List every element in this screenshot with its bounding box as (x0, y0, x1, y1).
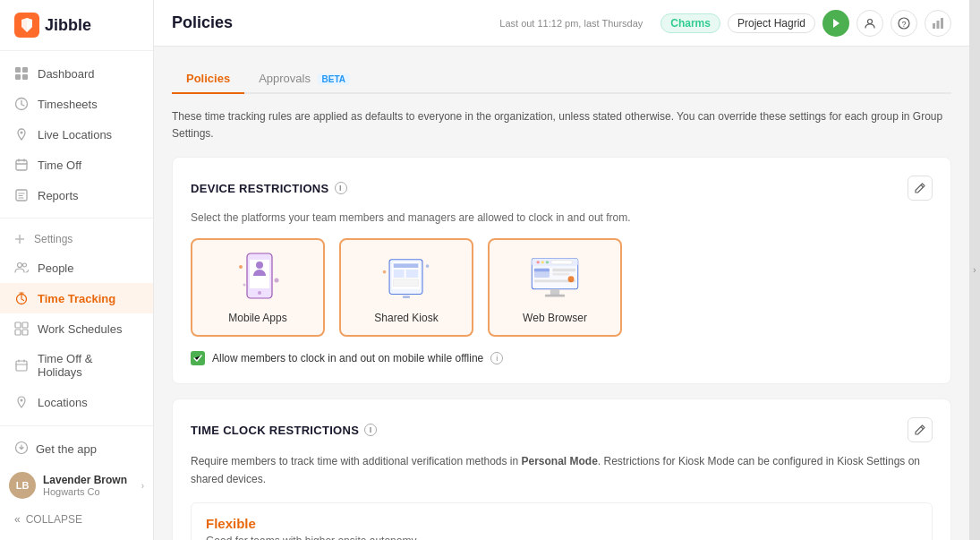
sidebar-item-work-schedules[interactable]: Work Schedules (0, 313, 153, 344)
svg-rect-42 (394, 270, 405, 278)
user-company: Hogwarts Co (43, 486, 134, 497)
svg-rect-30 (937, 21, 940, 29)
svg-point-51 (541, 261, 544, 264)
shared-kiosk-illustration (379, 251, 433, 304)
play-button[interactable] (822, 10, 849, 37)
tab-approvals[interactable]: Approvals BETA (244, 64, 364, 94)
svg-point-37 (274, 278, 278, 282)
check-icon (193, 355, 202, 362)
offline-checkbox[interactable] (191, 351, 205, 365)
device-restrictions-card: DEVICE RESTRICTIONS i Select the platfor… (172, 157, 951, 384)
device-card-mobile[interactable]: Mobile Apps (191, 238, 325, 337)
svg-rect-53 (551, 261, 573, 264)
svg-text:?: ? (901, 20, 906, 29)
device-card-kiosk[interactable]: Shared Kiosk (339, 238, 473, 337)
charms-button[interactable]: Charms (660, 13, 720, 33)
time-clock-desc-part1: Require members to track time with addit… (191, 455, 522, 467)
collapse-button[interactable]: « COLLAPSE (0, 506, 153, 533)
tab-approvals-label: Approvals (259, 72, 311, 85)
help-button[interactable]: ? (891, 10, 917, 37)
project-button[interactable]: Project Hagrid (728, 13, 815, 33)
sidebar-item-activities-projects[interactable]: Activities & Projects (0, 417, 153, 425)
svg-rect-13 (22, 322, 28, 328)
device-card-web[interactable]: Web Browser (488, 238, 622, 337)
collapse-icon: « (14, 513, 21, 526)
time-clock-description: Require members to track time with addit… (191, 453, 933, 487)
device-restrictions-info-icon[interactable]: i (335, 182, 347, 194)
device-restrictions-edit-button[interactable] (908, 176, 933, 201)
time-clock-edit-button[interactable] (908, 417, 933, 442)
get-app-label: Get the app (36, 442, 97, 456)
dashboard-icon (14, 66, 29, 81)
time-clock-info-icon[interactable]: i (364, 424, 377, 436)
jibble-logo-text: Jibble (45, 16, 91, 35)
sidebar-item-locations-label: Locations (38, 396, 88, 409)
time-off-icon (14, 158, 29, 172)
svg-rect-60 (550, 289, 559, 296)
web-browser-illustration (528, 251, 582, 304)
flexible-desc: Good for teams with higher onsite autono… (206, 535, 917, 540)
sidebar-item-dashboard-label: Dashboard (38, 67, 95, 81)
play-icon (831, 18, 840, 29)
user-profile[interactable]: LB Lavender Brown Hogwarts Co › (0, 465, 153, 506)
avatar: LB (9, 472, 36, 499)
sidebar: Jibble Dashboard Timesheets Live Locatio… (0, 0, 154, 540)
sidebar-item-work-schedules-label: Work Schedules (38, 322, 122, 336)
collapse-label: COLLAPSE (26, 513, 82, 526)
settings-section-header: Settings (0, 226, 153, 253)
sidebar-item-time-off-holidays[interactable]: Time Off & Holidays (0, 344, 153, 387)
svg-point-6 (21, 132, 23, 134)
work-schedules-icon (14, 321, 29, 336)
personal-mode-bold: Personal Mode (522, 455, 598, 467)
time-off-holidays-icon (14, 358, 29, 373)
user-info: Lavender Brown Hogwarts Co (43, 474, 134, 497)
sidebar-item-live-locations[interactable]: Live Locations (0, 119, 153, 150)
pencil-icon (914, 182, 926, 194)
svg-point-10 (23, 263, 27, 267)
sidebar-item-reports[interactable]: Reports (0, 180, 153, 210)
sidebar-item-timesheets[interactable]: Timesheets (0, 89, 153, 119)
time-tracking-icon (14, 291, 29, 305)
sidebar-item-dashboard[interactable]: Dashboard (0, 58, 153, 89)
sidebar-item-people-label: People (38, 261, 73, 275)
right-scroll-indicator[interactable]: › (969, 0, 980, 540)
offline-info-icon[interactable]: i (490, 352, 503, 364)
time-clock-header: TIME CLOCK RESTRICTIONS i (191, 417, 933, 442)
time-clock-title: TIME CLOCK RESTRICTIONS i (191, 424, 377, 437)
time-clock-restrictions-card: TIME CLOCK RESTRICTIONS i Require member… (172, 399, 951, 540)
sidebar-item-time-off-label: Time Off (38, 159, 81, 172)
header-actions: Charms Project Hagrid ? (660, 10, 951, 37)
svg-rect-43 (406, 270, 419, 278)
analytics-button[interactable] (925, 10, 951, 37)
svg-point-26 (868, 19, 873, 23)
avatar-initials: LB (16, 480, 30, 491)
mobile-apps-illustration (231, 251, 285, 304)
svg-rect-15 (22, 330, 28, 335)
sidebar-item-timesheets-label: Timesheets (38, 98, 98, 111)
device-restrictions-header: DEVICE RESTRICTIONS i (191, 176, 933, 201)
svg-rect-1 (15, 67, 21, 73)
beta-badge: BETA (318, 73, 350, 85)
live-locations-icon (14, 127, 29, 141)
sidebar-item-time-tracking[interactable]: Time Tracking (0, 283, 153, 313)
policies-description: These time tracking rules are applied as… (172, 108, 951, 142)
svg-point-46 (383, 270, 387, 274)
svg-rect-56 (552, 269, 575, 271)
svg-rect-14 (15, 330, 21, 335)
sidebar-item-locations[interactable]: Locations (0, 387, 153, 417)
svg-rect-44 (394, 279, 419, 286)
svg-rect-31 (941, 18, 943, 29)
user-name: Lavender Brown (43, 474, 134, 486)
sidebar-item-time-off[interactable]: Time Off (0, 150, 153, 180)
page-title: Policies (172, 13, 489, 32)
tab-policies[interactable]: Policies (172, 64, 244, 94)
sidebar-item-people[interactable]: People (0, 253, 153, 283)
chart-icon (932, 17, 944, 30)
user-icon-button[interactable] (856, 10, 883, 37)
sidebar-item-reports-label: Reports (38, 189, 79, 202)
right-scroll-arrow-icon: › (973, 265, 976, 275)
svg-point-38 (243, 283, 245, 286)
svg-rect-41 (394, 263, 419, 268)
get-app-button[interactable]: Get the app (0, 433, 153, 465)
device-cards-container: Mobile Apps (191, 238, 933, 337)
